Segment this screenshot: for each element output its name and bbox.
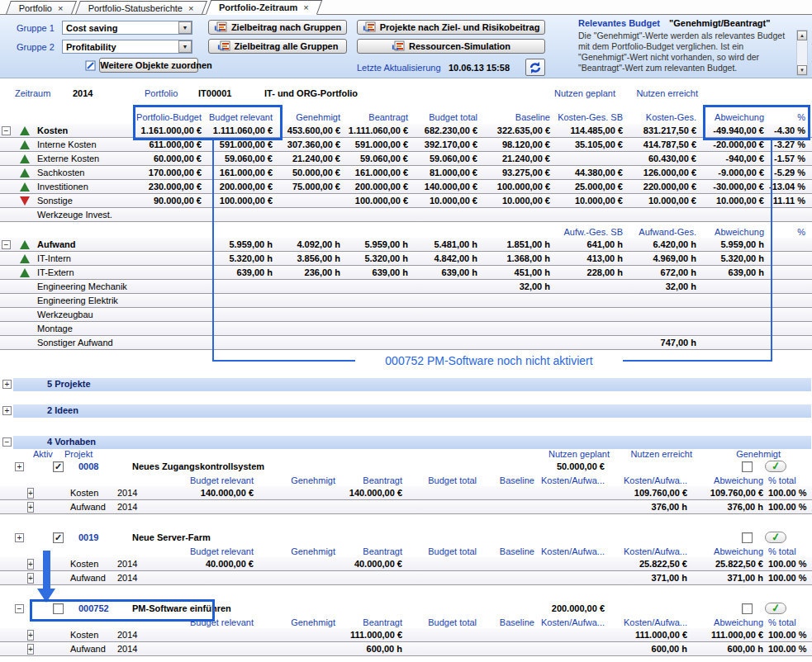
chevron-down-icon[interactable]: ▼ xyxy=(178,21,192,34)
cell-value: 392.170,00 € xyxy=(413,139,482,149)
column-header: Kosten-Ges. SB xyxy=(555,112,628,122)
expand-toggle-icon[interactable]: + xyxy=(27,559,34,570)
genehmigt-checkbox[interactable] xyxy=(742,532,753,543)
column-header: Kosten/Aufwa... xyxy=(539,617,610,627)
expand-toggle-icon[interactable]: + xyxy=(15,462,24,471)
assign-objects-button[interactable]: Weitere Objekte zuordnen xyxy=(99,58,198,73)
row-label: Werkzeuge Invest. xyxy=(37,210,112,220)
aktiv-checkbox[interactable]: ✓ xyxy=(53,461,64,472)
expand-toggle-icon[interactable]: − xyxy=(2,240,11,249)
expand-toggle-icon[interactable]: + xyxy=(27,644,34,655)
expand-toggle-icon[interactable]: + xyxy=(27,630,34,641)
row-label: Sonstige xyxy=(37,196,73,206)
expand-toggle-icon[interactable]: + xyxy=(2,406,12,415)
table-row: −Aufwand5.959,00 h4.092,00 h5.959,00 h5.… xyxy=(0,238,812,252)
approve-button[interactable]: ✓ xyxy=(765,532,786,543)
project-id[interactable]: 0008 xyxy=(78,461,98,471)
row-label: IT-Extern xyxy=(37,267,74,277)
close-icon[interactable]: × xyxy=(188,4,193,12)
table-row: Montage xyxy=(0,322,812,336)
genehmigt-checkbox[interactable] xyxy=(742,461,753,472)
group1-select[interactable]: Cost saving ▼ xyxy=(62,21,192,35)
close-icon[interactable]: × xyxy=(58,4,63,12)
cell-value: 307.360,00 € xyxy=(278,139,345,149)
expander-cell: + xyxy=(0,488,45,498)
project-name: PM-Software einführen xyxy=(132,603,231,613)
tab-label: Portfolio xyxy=(19,3,52,13)
expand-toggle-icon[interactable]: − xyxy=(15,604,24,613)
trend-up-icon xyxy=(20,254,30,263)
expander-cell: + xyxy=(0,573,45,583)
project-data-row: +Aufwand2014376,00 h376,00 h100.00 % xyxy=(0,500,812,514)
column-header: % total xyxy=(768,475,812,485)
cell-value: 5.320,00 h xyxy=(207,253,278,263)
approve-button[interactable]: ✓ xyxy=(765,461,786,472)
cell-value: -9.000,00 € xyxy=(701,168,769,177)
tab-portfolio-statusberichte[interactable]: Portfolio-Statusberichte× xyxy=(75,1,207,14)
project-row: −000752PM-Software einführen200.000,00 €… xyxy=(0,603,812,616)
projekte-ziel-risiko-button[interactable]: Projekte nach Ziel- und Risikobeitrag xyxy=(357,20,545,35)
expand-toggle-icon[interactable]: + xyxy=(27,573,34,584)
expand-toggle-icon[interactable]: + xyxy=(27,502,34,513)
expand-toggle-icon[interactable]: − xyxy=(2,126,11,135)
chevron-down-icon[interactable]: ▼ xyxy=(178,40,192,53)
arrow-up-icon[interactable]: ▲ xyxy=(797,31,807,40)
cell-value: 81.000,00 € xyxy=(413,168,482,177)
column-header: Baseline xyxy=(482,112,555,122)
report-chart-icon xyxy=(392,40,405,53)
group2-select[interactable]: Profitability ▼ xyxy=(62,40,192,54)
column-header: Kosten/Aufwa... xyxy=(539,475,610,485)
arrow-down-icon[interactable]: ▼ xyxy=(797,65,807,75)
approve-button[interactable]: ✓ xyxy=(765,603,786,614)
cell-value: 21.240,00 € xyxy=(482,154,555,163)
expand-toggle-icon[interactable]: + xyxy=(15,533,24,542)
portfolio-zeitraum-screen: { "tabs": [ {"label": "Portfolio"}, {"la… xyxy=(0,0,812,662)
expander-cell: + xyxy=(0,630,45,640)
tab-portfolio-zeitraum[interactable]: Portfolio-Zeitraum× xyxy=(205,0,321,15)
expand-toggle-icon[interactable]: − xyxy=(2,437,12,447)
cell-value: 161.000,00 € xyxy=(207,168,278,177)
cell-value: 35.105,00 € xyxy=(555,139,628,149)
row-label: IT-Intern xyxy=(37,253,71,263)
aktiv-checkbox[interactable]: ✓ xyxy=(53,532,64,543)
project-data-row: +Kosten2014111.000,00 €111.000,00 €111.0… xyxy=(0,628,812,642)
cell-value: 672,00 h xyxy=(628,267,701,277)
column-header: Aufwand-Ges. xyxy=(628,227,701,237)
group2-value: Profitability xyxy=(66,42,116,52)
section-label: 5 Projekte xyxy=(47,379,91,389)
cell-value: 4.092,00 h xyxy=(278,239,345,249)
section-band-background xyxy=(13,404,811,418)
cell-value: 10.000,00 € xyxy=(628,196,701,206)
zielbeitrag-alle-gruppen-button[interactable]: Zielbeitrag alle Gruppen xyxy=(208,39,347,54)
column-header: Budget total xyxy=(413,112,482,122)
row-label: Investitionen xyxy=(37,182,88,192)
expand-toggle-icon[interactable]: + xyxy=(27,488,34,499)
column-header: Budget relevant xyxy=(149,546,259,556)
cell-value: 98.120,00 € xyxy=(482,139,555,149)
cell-value: 5.959,00 h xyxy=(207,239,278,249)
column-header: Kosten/Aufwa... xyxy=(610,546,692,556)
expand-toggle-icon[interactable]: + xyxy=(2,380,12,389)
edit-pencil-icon xyxy=(85,60,96,71)
tab-portfolio[interactable]: Portfolio× xyxy=(6,1,77,14)
row-label: Engineering Elektrik xyxy=(37,296,118,305)
zielbeitrag-nach-gruppen-button[interactable]: Zielbeitrag nach Gruppen xyxy=(208,20,347,35)
ressourcen-simulation-button[interactable]: Ressourcen-Simulation xyxy=(357,39,545,54)
cell-value: 611.000,00 € xyxy=(135,139,207,149)
cell-value: 5.481,00 h xyxy=(413,239,482,249)
table-header-row: Portfolio-BudgetBudget relevantGenehmigt… xyxy=(0,106,812,124)
cell-value: 5.959,00 h xyxy=(701,239,769,249)
refresh-button[interactable] xyxy=(525,59,545,76)
close-icon[interactable]: × xyxy=(303,3,308,12)
project-id[interactable]: 0019 xyxy=(78,532,98,542)
info-scrollbar[interactable]: ▲ ▼ xyxy=(796,30,808,76)
aktiv-checkbox[interactable] xyxy=(53,603,64,614)
genehmigt-checkbox[interactable] xyxy=(742,603,753,614)
project-id[interactable]: 000752 xyxy=(78,603,109,613)
cell-value: 639,00 h xyxy=(345,267,413,277)
column-header: Baseline xyxy=(482,475,539,485)
cell-value: 100.00 % xyxy=(768,559,812,569)
last-update-value: 10.06.13 15:58 xyxy=(449,63,510,73)
cell-value: 5.320,00 h xyxy=(345,253,413,263)
row-year: 2014 xyxy=(116,630,149,640)
